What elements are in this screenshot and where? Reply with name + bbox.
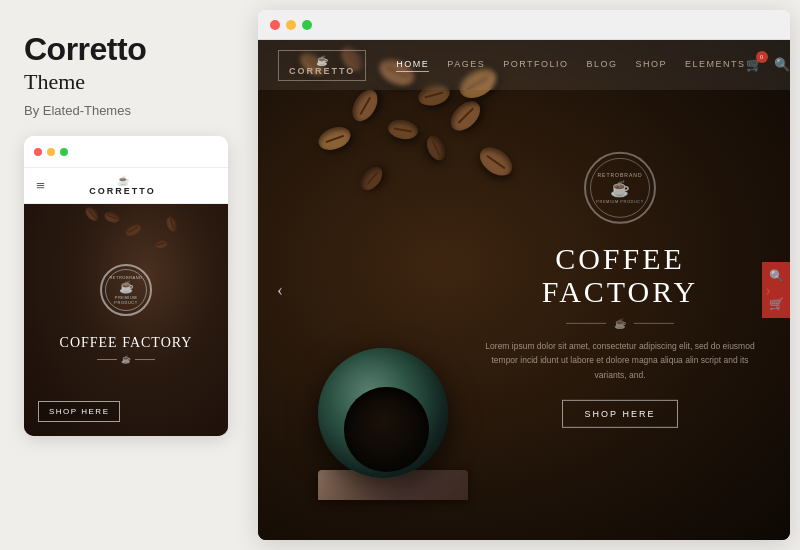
- mobile-badge-coffee-icon: ☕: [119, 280, 134, 295]
- website-nav: ☕ CORRETTO HOME PAGES PORTFOLIO BLOG SHO…: [258, 40, 790, 90]
- browser-top-bar: [258, 10, 790, 40]
- badge-top-label: RETROBRAND: [597, 172, 642, 178]
- mobile-dot-yellow: [47, 148, 55, 156]
- desktop-coffee-bean: [445, 96, 485, 136]
- mobile-logo-text: CORRETTO: [89, 186, 155, 196]
- website-description: Lorem ipsum dolor sit amet, consectetur …: [480, 339, 760, 382]
- nav-links: HOME PAGES PORTFOLIO BLOG SHOP ELEMENTS: [396, 59, 745, 72]
- mobile-headline-text: COFFEE FACTORY: [24, 335, 228, 351]
- mobile-divider-line-right: [135, 359, 155, 360]
- desktop-coffee-bean: [423, 133, 448, 163]
- side-icon-cart[interactable]: 🛒: [762, 290, 790, 318]
- mobile-dot-green: [60, 148, 68, 156]
- nav-link-portfolio[interactable]: PORTFOLIO: [503, 59, 568, 72]
- browser-dot-green: [302, 20, 312, 30]
- cart-icon[interactable]: 🛒 0: [746, 57, 762, 73]
- website-divider-line-right: [634, 323, 674, 324]
- website-badge: RETROBRAND ☕ PREMIUM PRODUCT: [584, 152, 656, 224]
- coffee-cup-inner: [344, 387, 429, 472]
- browser-dot-yellow: [286, 20, 296, 30]
- website-divider: ☕: [480, 318, 760, 329]
- mobile-divider-coffee-icon: ☕: [121, 355, 131, 364]
- badge-bottom-label: PREMIUM PRODUCT: [596, 199, 643, 204]
- nav-icons: 🛒 0 🔍 ☰: [746, 57, 790, 73]
- mobile-content-area: RETROBRAND ☕ PREMIUM PRODUCT COFFEE FACT…: [24, 204, 228, 436]
- website-content: ☕ CORRETTO HOME PAGES PORTFOLIO BLOG SHO…: [258, 40, 790, 540]
- theme-subtitle: Theme: [24, 69, 224, 95]
- nav-logo-coffee-icon: ☕: [316, 55, 328, 66]
- nav-logo: ☕ CORRETTO: [278, 50, 366, 81]
- desktop-coffee-bean: [387, 118, 420, 142]
- nav-link-home[interactable]: HOME: [396, 59, 429, 72]
- nav-link-blog[interactable]: BLOG: [587, 59, 618, 72]
- browser-mockup: ☕ CORRETTO HOME PAGES PORTFOLIO BLOG SHO…: [258, 10, 790, 540]
- badge-coffee-icon: ☕: [610, 179, 630, 198]
- nav-logo-text: CORRETTO: [289, 66, 355, 76]
- mobile-dot-red: [34, 148, 42, 156]
- slider-arrow-left[interactable]: ‹: [266, 276, 294, 304]
- mobile-nav: ≡ ☕ CORRETTO: [24, 168, 228, 204]
- coffee-cup: [318, 348, 468, 500]
- mobile-divider: ☕: [24, 355, 228, 364]
- nav-link-elements[interactable]: ELEMENTS: [685, 59, 746, 72]
- mobile-mockup: ≡ ☕ CORRETTO RETROBRAND ☕ PREMIUM PRODUC…: [24, 136, 228, 436]
- nav-link-pages[interactable]: PAGES: [447, 59, 485, 72]
- right-panel: ☕ CORRETTO HOME PAGES PORTFOLIO BLOG SHO…: [248, 0, 800, 550]
- mobile-top-bar: [24, 136, 228, 168]
- cart-badge: 0: [756, 51, 768, 63]
- website-divider-coffee-icon: ☕: [614, 318, 626, 329]
- website-headline: COFFEE FACTORY: [480, 242, 760, 308]
- side-icons: 🔍 🛒: [762, 262, 790, 318]
- mobile-badge-bottom-text: PREMIUM PRODUCT: [106, 295, 146, 305]
- mobile-badge-inner: RETROBRAND ☕ PREMIUM PRODUCT: [105, 269, 147, 311]
- search-icon[interactable]: 🔍: [774, 57, 790, 73]
- mobile-headline: COFFEE FACTORY ☕: [24, 335, 228, 364]
- website-divider-line-left: [566, 323, 606, 324]
- mobile-divider-line-left: [97, 359, 117, 360]
- website-badge-inner: RETROBRAND ☕ PREMIUM PRODUCT: [590, 158, 650, 218]
- desktop-coffee-bean: [347, 86, 382, 126]
- side-icon-search[interactable]: 🔍: [762, 262, 790, 290]
- theme-author: By Elated-Themes: [24, 103, 224, 118]
- mobile-badge: RETROBRAND ☕ PREMIUM PRODUCT: [100, 264, 152, 316]
- left-panel: Corretto Theme By Elated-Themes ≡ ☕ CORR…: [0, 0, 248, 550]
- mobile-hamburger-icon[interactable]: ≡: [36, 177, 45, 195]
- theme-title: Corretto: [24, 32, 224, 67]
- browser-dot-red: [270, 20, 280, 30]
- mobile-logo-coffee-icon: ☕: [117, 175, 129, 186]
- desktop-coffee-bean: [315, 123, 353, 154]
- website-overlay: RETROBRAND ☕ PREMIUM PRODUCT COFFEE FACT…: [480, 152, 760, 428]
- website-shop-here-button[interactable]: SHOP HERE: [562, 400, 679, 428]
- mobile-shop-here-button[interactable]: shop HeRE: [38, 401, 120, 422]
- desktop-coffee-bean: [356, 163, 386, 195]
- coffee-cup-outer: [318, 348, 448, 478]
- nav-link-shop[interactable]: SHOP: [636, 59, 668, 72]
